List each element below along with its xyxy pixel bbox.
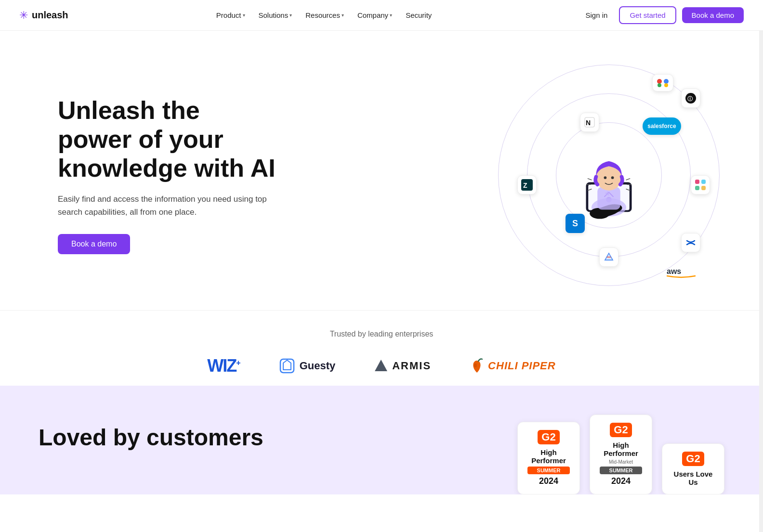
nav-company[interactable]: Company ▾ bbox=[352, 8, 398, 22]
badge-sub: Mid-Market bbox=[609, 459, 633, 465]
hero-content: Unleash the power of your knowledge with… bbox=[58, 96, 279, 254]
chevron-down-icon: ▾ bbox=[243, 13, 245, 18]
g2-logo-icon: G2 bbox=[682, 452, 704, 466]
chilipiper-logo: CHILI PIPER bbox=[470, 357, 556, 375]
svg-rect-14 bbox=[695, 180, 699, 184]
sign-in-button[interactable]: Sign in bbox=[580, 8, 614, 22]
svg-point-7 bbox=[604, 176, 607, 179]
nav-links: Product ▾ Solutions ▾ Resources ▾ Compan… bbox=[210, 8, 438, 22]
g2-logo-icon: G2 bbox=[538, 430, 559, 444]
svg-rect-28 bbox=[280, 359, 294, 373]
g2-badge-users-love: G2 Users Love Us bbox=[662, 443, 724, 494]
svg-rect-16 bbox=[695, 186, 699, 190]
badge-year-mid: 2024 bbox=[611, 476, 631, 486]
nav-security[interactable]: Security bbox=[400, 8, 437, 22]
svg-point-25 bbox=[658, 83, 661, 87]
notion-icon: N bbox=[580, 113, 599, 132]
armis-logo: ARMIS bbox=[374, 359, 431, 373]
hero-cta-button[interactable]: Book a demo bbox=[58, 234, 130, 254]
wiz-logo: WIZ+ bbox=[207, 356, 239, 376]
trusted-logos: WIZ+ Guesty ARMIS CHILI PIPER bbox=[19, 356, 744, 376]
navbar: ✳ unleash Product ▾ Solutions ▾ Resource… bbox=[0, 0, 763, 31]
badge-title-mid: High Performer bbox=[600, 441, 642, 457]
badge-year: 2024 bbox=[539, 476, 558, 486]
svg-text:ⓘ: ⓘ bbox=[687, 96, 693, 102]
salesforce-icon: salesforce bbox=[643, 117, 681, 135]
svg-marker-29 bbox=[375, 360, 387, 371]
logo-text: unleash bbox=[32, 10, 68, 21]
chevron-down-icon: ▾ bbox=[390, 13, 392, 18]
guesty-logo: Guesty bbox=[278, 357, 336, 375]
github-icon: ⓘ bbox=[681, 89, 700, 108]
trusted-title: Trusted by leading enterprises bbox=[19, 330, 744, 338]
hero-section: Unleash the power of your knowledge with… bbox=[0, 31, 763, 310]
loved-content: Loved by customers bbox=[39, 415, 263, 451]
confluence-icon bbox=[681, 233, 700, 252]
svg-rect-15 bbox=[701, 180, 706, 184]
svg-rect-17 bbox=[701, 186, 706, 190]
logo-icon: ✳ bbox=[19, 9, 28, 22]
badge-season-summer: SUMMER bbox=[527, 467, 570, 474]
hero-illustration: N Z salesforce ⓘ bbox=[493, 60, 724, 291]
zendesk-icon: Z bbox=[517, 175, 537, 195]
scrollbar[interactable] bbox=[759, 0, 763, 494]
workspace-icon bbox=[599, 247, 618, 267]
logo[interactable]: ✳ unleash bbox=[19, 9, 68, 22]
armis-triangle-icon bbox=[374, 359, 388, 373]
book-demo-nav-button[interactable]: Book a demo bbox=[682, 7, 744, 23]
chevron-down-icon: ▾ bbox=[289, 13, 292, 18]
sharepoint-icon: S bbox=[566, 214, 585, 233]
badge-title: High Performer bbox=[527, 448, 570, 465]
g2-badge-high-performer: G2 High Performer SUMMER 2024 bbox=[517, 422, 580, 494]
nav-product[interactable]: Product ▾ bbox=[210, 8, 251, 22]
hero-title: Unleash the power of your knowledge with… bbox=[58, 96, 279, 182]
svg-text:aws: aws bbox=[667, 267, 681, 275]
trusted-section: Trusted by leading enterprises WIZ+ Gues… bbox=[0, 310, 763, 386]
g2-badges: G2 High Performer SUMMER 2024 G2 High Pe… bbox=[517, 415, 724, 494]
svg-text:Z: Z bbox=[523, 182, 527, 189]
aws-icon: aws bbox=[667, 265, 696, 281]
orbit-container: N Z salesforce ⓘ bbox=[493, 60, 724, 291]
chilipiper-chili-icon bbox=[470, 357, 484, 375]
svg-point-30 bbox=[474, 363, 477, 367]
badge-title-users: Users Love Us bbox=[672, 470, 714, 486]
svg-point-8 bbox=[611, 176, 614, 179]
svg-point-23 bbox=[657, 79, 662, 84]
get-started-button[interactable]: Get started bbox=[619, 6, 676, 24]
guesty-icon bbox=[278, 357, 296, 375]
loved-title: Loved by customers bbox=[39, 424, 263, 451]
slack-icon bbox=[691, 175, 710, 195]
badge-season-mid: SUMMER bbox=[600, 467, 642, 474]
svg-point-26 bbox=[664, 83, 668, 87]
g2-badge-high-performer-mid: G2 High Performer Mid-Market SUMMER 2024 bbox=[590, 415, 652, 494]
svg-point-24 bbox=[664, 79, 669, 84]
nav-solutions[interactable]: Solutions ▾ bbox=[253, 8, 298, 22]
g2-logo-icon: G2 bbox=[610, 423, 631, 437]
nav-resources[interactable]: Resources ▾ bbox=[300, 8, 350, 22]
loved-section: Loved by customers G2 High Performer SUM… bbox=[0, 386, 763, 494]
svg-text:N: N bbox=[586, 119, 591, 127]
hero-figure bbox=[566, 127, 652, 223]
nav-actions: Sign in Get started Book a demo bbox=[580, 6, 744, 24]
google-icon bbox=[652, 74, 673, 91]
hero-subtitle: Easily find and access the information y… bbox=[58, 193, 279, 219]
chevron-down-icon: ▾ bbox=[342, 13, 344, 18]
